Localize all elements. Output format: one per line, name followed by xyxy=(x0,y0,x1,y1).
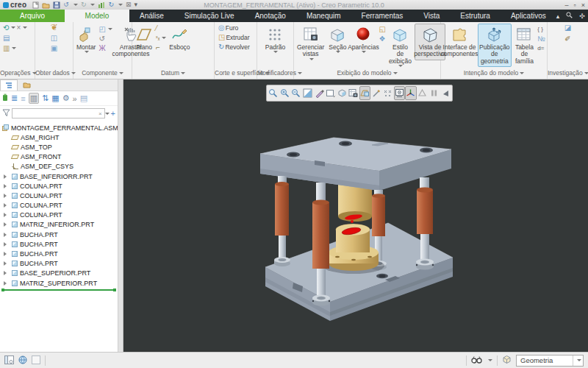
tab-anotacao[interactable]: Anotação xyxy=(245,10,296,22)
furo-button[interactable]: ◎Furo xyxy=(218,24,238,32)
group-label[interactable]: Componente xyxy=(74,69,132,79)
delete-icon[interactable]: × xyxy=(16,24,21,32)
secao-button[interactable]: Seção xyxy=(327,24,348,55)
repeat-icon[interactable]: ↺ xyxy=(98,35,104,43)
tree-item-part[interactable]: BUCHA.PRT xyxy=(0,249,118,258)
collapse-all-icon[interactable]: ≡ xyxy=(21,94,25,103)
csys-display-icon[interactable] xyxy=(405,86,417,100)
view-manager-icon[interactable] xyxy=(348,86,359,100)
expand-arrow-icon[interactable] xyxy=(4,174,7,179)
aparencias-button[interactable]: Aparências xyxy=(349,24,377,55)
saved-orientations-icon[interactable] xyxy=(313,86,325,100)
tree-item-part[interactable]: MATRIZ_INFERIOR.PRT xyxy=(0,220,118,230)
tab-manequim[interactable]: Manequim xyxy=(296,10,351,22)
pause-icon[interactable] xyxy=(428,86,440,100)
model-regen-icon[interactable] xyxy=(98,1,105,9)
tree-table-icon[interactable]: ▦ xyxy=(51,93,59,103)
section-view-icon[interactable] xyxy=(337,86,348,100)
tree-filter-input[interactable] xyxy=(12,108,105,118)
open-file-icon[interactable] xyxy=(42,1,50,9)
group-label[interactable]: Datum xyxy=(132,69,214,79)
show-icon[interactable] xyxy=(2,93,8,103)
new-file-icon[interactable] xyxy=(32,1,39,9)
annotation-display-icon[interactable] xyxy=(370,86,382,100)
open-doc-icon[interactable]: ▤ xyxy=(80,93,87,103)
undo-icon[interactable]: ↺ xyxy=(63,1,69,8)
refresh-dropdown-icon[interactable] xyxy=(118,4,123,6)
estilo-exibicao-button[interactable]: Estilo de exibição xyxy=(387,24,413,69)
overflow-icon[interactable]: » xyxy=(73,94,77,103)
group-label[interactable]: Investigação xyxy=(548,69,588,79)
switch-symbols-icon[interactable]: № xyxy=(537,35,545,43)
refresh-icon[interactable]: ↻ xyxy=(108,1,114,8)
group-label[interactable]: Obter dados xyxy=(35,69,73,79)
extrudar-button[interactable]: ◳Extrudar xyxy=(218,33,250,41)
datum-display-filters-icon[interactable] xyxy=(359,86,371,100)
copy-icon[interactable]: ▤ xyxy=(3,34,10,42)
dragger-icon[interactable] xyxy=(417,86,429,100)
panel-splitter[interactable] xyxy=(118,79,123,352)
tree-item-part[interactable]: BASE_INFERIORR.PRT xyxy=(0,171,118,181)
spin-center-icon[interactable] xyxy=(394,86,406,100)
copy-geometry-icon[interactable]: ◫ xyxy=(51,34,57,42)
redo-icon[interactable]: ↻ xyxy=(81,1,87,8)
tab-modelo[interactable]: Modelo xyxy=(65,10,129,22)
padrao-button[interactable]: Padrão xyxy=(264,24,287,55)
find-dropdown-icon[interactable] xyxy=(488,359,492,361)
tab-arquivo[interactable]: Arquivo xyxy=(0,10,65,22)
group-label[interactable]: Exibição do modelo xyxy=(294,69,440,79)
expand-arrow-icon[interactable] xyxy=(4,252,7,256)
blank-panel-icon[interactable] xyxy=(32,354,40,367)
zoom-in-icon[interactable] xyxy=(279,86,291,100)
filter-funnel-icon[interactable] xyxy=(2,107,10,120)
favorites-icon[interactable]: ✣ xyxy=(579,13,585,20)
find-icon[interactable] xyxy=(471,354,482,367)
mirror-component-icon[interactable]: Ж xyxy=(98,44,105,52)
maximize-button[interactable]: ▫ xyxy=(574,1,576,9)
previous-view-icon[interactable] xyxy=(440,86,451,100)
zoom-out-icon[interactable] xyxy=(290,86,302,100)
search-icon[interactable] xyxy=(566,12,573,20)
expand-arrow-icon[interactable] xyxy=(4,203,7,208)
tree-filters-icon[interactable]: ⇅ xyxy=(42,93,49,103)
collapse-ribbon-icon[interactable]: ▴ xyxy=(556,13,560,20)
clear-filter-icon[interactable]: × xyxy=(98,110,102,117)
datum-point-icon[interactable]: ˣₓ xyxy=(156,34,159,42)
undo-dropdown-icon[interactable] xyxy=(74,4,78,6)
expand-arrow-icon[interactable] xyxy=(4,242,7,247)
tree-item-assembly[interactable]: MONTAGEM_FERRAMENTAL.ASM xyxy=(0,123,118,132)
model-report-icon[interactable]: ◪ xyxy=(564,24,571,32)
relations-icon[interactable]: d= xyxy=(537,44,544,52)
tree-item-part[interactable]: MATRIZ_SUPERIOR.PRT xyxy=(0,278,118,288)
group-label[interactable]: Operações xyxy=(0,69,35,79)
regenerate-icon[interactable]: ⟲ xyxy=(3,24,9,32)
customize-qat-icon[interactable]: ▾ xyxy=(135,1,138,8)
tree-item-part[interactable]: COLUNA.PRT xyxy=(0,181,118,191)
expand-arrow-icon[interactable] xyxy=(4,261,7,266)
tree-item-datum-plane[interactable]: ASM_RIGHT xyxy=(0,132,118,142)
tab-estrutura[interactable]: Estrutura xyxy=(450,10,501,22)
selection-filter-dropdown[interactable]: Geometria xyxy=(516,355,584,367)
settings-gear-icon[interactable]: ⚙ xyxy=(62,93,70,103)
render-icon[interactable]: ❖ xyxy=(379,35,385,43)
group-label[interactable]: Corte e superfície xyxy=(215,69,257,79)
tabela-familia-button[interactable]: Tabela de família xyxy=(513,24,537,67)
expand-arrow-icon[interactable] xyxy=(4,281,7,286)
tree-item-part[interactable]: COLUNA.PRT xyxy=(0,210,118,220)
expand-arrow-icon[interactable] xyxy=(4,194,7,198)
expand-arrow-icon[interactable] xyxy=(4,222,7,227)
close-button[interactable]: × xyxy=(581,1,585,9)
tree-columns-icon[interactable]: ▥ xyxy=(29,93,39,104)
expand-arrow-icon[interactable] xyxy=(4,213,7,217)
tree-item-part[interactable]: BUCHA.PRT xyxy=(0,230,118,239)
reorient-icon[interactable] xyxy=(302,86,314,100)
close-window-icon[interactable]: ⊠ xyxy=(126,1,132,8)
expand-arrow-icon[interactable] xyxy=(4,233,7,237)
expand-all-icon[interactable]: ≣ xyxy=(11,93,18,103)
interface-componentes-button[interactable]: Interface de componentes xyxy=(442,24,476,60)
revolver-button[interactable]: ↻Revolver xyxy=(218,43,250,51)
eyedropper-icon[interactable]: ✐ xyxy=(564,35,570,43)
tree-item-datum-plane[interactable]: ASM_TOP xyxy=(0,142,118,152)
browser-icon[interactable] xyxy=(18,354,27,367)
expand-arrow-icon[interactable] xyxy=(4,271,7,275)
